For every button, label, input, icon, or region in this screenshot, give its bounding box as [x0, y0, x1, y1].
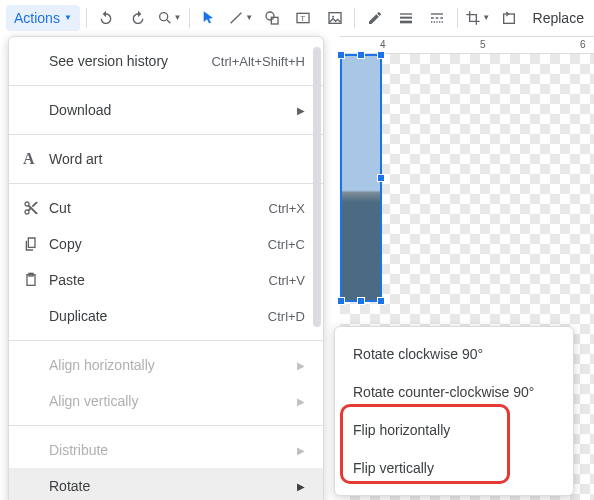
svg-point-3 [266, 12, 274, 20]
submenu-arrow-icon: ▶ [297, 481, 305, 492]
menu-label: Download [49, 102, 289, 118]
menu-scrollbar[interactable] [313, 47, 321, 327]
selected-image[interactable] [340, 54, 382, 302]
svg-rect-4 [271, 17, 278, 24]
menu-item-align-vertical: Align vertically ▶ [9, 383, 323, 419]
menu-item-rotate[interactable]: Rotate ▶ [9, 468, 323, 500]
menu-label: Align horizontally [49, 357, 289, 373]
submenu-item-rotate-cw[interactable]: Rotate clockwise 90° [335, 335, 573, 373]
menu-label: See version history [49, 53, 211, 69]
paste-icon [23, 272, 49, 288]
undo-button[interactable] [93, 5, 120, 31]
toolbar-separator [189, 8, 190, 28]
submenu-arrow-icon: ▶ [297, 360, 305, 371]
submenu-label: Rotate counter-clockwise 90° [353, 384, 534, 400]
menu-item-duplicate[interactable]: Duplicate Ctrl+D [9, 298, 323, 334]
menu-shortcut: Ctrl+Alt+Shift+H [211, 54, 305, 69]
actions-label: Actions [14, 10, 60, 26]
submenu-arrow-icon: ▶ [297, 445, 305, 456]
ruler-tick: 5 [480, 39, 486, 50]
menu-shortcut: Ctrl+D [268, 309, 305, 324]
menu-item-copy[interactable]: Copy Ctrl+C [9, 226, 323, 262]
resize-handle-mt[interactable] [357, 51, 365, 59]
menu-item-version-history[interactable]: See version history Ctrl+Alt+Shift+H [9, 43, 323, 79]
border-dash-button[interactable] [424, 5, 451, 31]
image-tool-button[interactable] [321, 5, 348, 31]
line-dash-icon [429, 10, 445, 26]
menu-label: Duplicate [49, 308, 268, 324]
cut-icon [23, 200, 49, 216]
actions-menu-button[interactable]: Actions ▼ [6, 5, 80, 31]
word-art-icon: A [23, 150, 49, 168]
image-icon [327, 10, 343, 26]
rotate-submenu: Rotate clockwise 90° Rotate counter-cloc… [334, 326, 574, 496]
menu-item-download[interactable]: Download ▶ [9, 92, 323, 128]
undo-icon [98, 10, 114, 26]
copy-icon [23, 236, 49, 252]
toolbar: Actions ▼ ▼ ▼ T ▼ [0, 0, 594, 36]
resize-handle-mb[interactable] [357, 297, 365, 305]
svg-rect-15 [504, 14, 515, 23]
resize-handle-br[interactable] [377, 297, 385, 305]
menu-divider [9, 183, 323, 184]
reset-image-button[interactable] [495, 5, 522, 31]
submenu-item-flip-vertical[interactable]: Flip vertically [335, 449, 573, 487]
actions-dropdown-menu: See version history Ctrl+Alt+Shift+H Dow… [8, 36, 324, 500]
select-tool-button[interactable] [196, 5, 223, 31]
submenu-arrow-icon: ▶ [297, 396, 305, 407]
shapes-icon [264, 10, 280, 26]
menu-shortcut: Ctrl+V [269, 273, 305, 288]
toolbar-separator [457, 8, 458, 28]
menu-item-word-art[interactable]: A Word art [9, 141, 323, 177]
text-tool-button[interactable]: T [290, 5, 317, 31]
line-icon [228, 10, 244, 26]
border-color-button[interactable] [361, 5, 388, 31]
resize-handle-mr[interactable] [377, 174, 385, 182]
submenu-item-rotate-ccw[interactable]: Rotate counter-clockwise 90° [335, 373, 573, 411]
svg-rect-10 [400, 16, 412, 18]
line-tool-button[interactable]: ▼ [227, 5, 254, 31]
menu-label: Cut [49, 200, 269, 216]
menu-label: Align vertically [49, 393, 289, 409]
svg-line-1 [167, 20, 170, 23]
ruler-tick: 4 [380, 39, 386, 50]
menu-divider [9, 134, 323, 135]
chevron-down-icon: ▼ [245, 13, 253, 22]
menu-label: Paste [49, 272, 269, 288]
crop-button[interactable]: ▼ [464, 5, 491, 31]
resize-handle-bl[interactable] [337, 297, 345, 305]
chevron-down-icon: ▼ [482, 13, 490, 22]
chevron-down-icon: ▼ [174, 13, 182, 22]
resize-handle-tr[interactable] [377, 51, 385, 59]
svg-point-8 [332, 15, 334, 17]
menu-label: Rotate [49, 478, 289, 494]
submenu-arrow-icon: ▶ [297, 105, 305, 116]
menu-item-paste[interactable]: Paste Ctrl+V [9, 262, 323, 298]
toolbar-separator [354, 8, 355, 28]
redo-icon [130, 10, 146, 26]
menu-label: Word art [49, 151, 305, 167]
menu-divider [9, 85, 323, 86]
menu-item-cut[interactable]: Cut Ctrl+X [9, 190, 323, 226]
menu-item-distribute: Distribute ▶ [9, 432, 323, 468]
toolbar-separator [86, 8, 87, 28]
svg-text:T: T [301, 14, 306, 23]
svg-rect-11 [400, 20, 412, 23]
menu-shortcut: Ctrl+X [269, 201, 305, 216]
menu-label: Copy [49, 236, 268, 252]
redo-button[interactable] [124, 5, 151, 31]
submenu-label: Flip horizontally [353, 422, 450, 438]
menu-item-align-horizontal: Align horizontally ▶ [9, 347, 323, 383]
submenu-label: Rotate clockwise 90° [353, 346, 483, 362]
menu-label: Distribute [49, 442, 289, 458]
submenu-item-flip-horizontal[interactable]: Flip horizontally [335, 411, 573, 449]
pencil-icon [367, 10, 383, 26]
zoom-icon [157, 10, 173, 26]
replace-image-button[interactable]: Replace [529, 10, 588, 26]
zoom-button[interactable]: ▼ [155, 5, 182, 31]
border-weight-button[interactable] [392, 5, 419, 31]
line-weight-icon [398, 10, 414, 26]
resize-handle-tl[interactable] [337, 51, 345, 59]
cursor-icon [201, 10, 217, 26]
shape-tool-button[interactable] [258, 5, 285, 31]
